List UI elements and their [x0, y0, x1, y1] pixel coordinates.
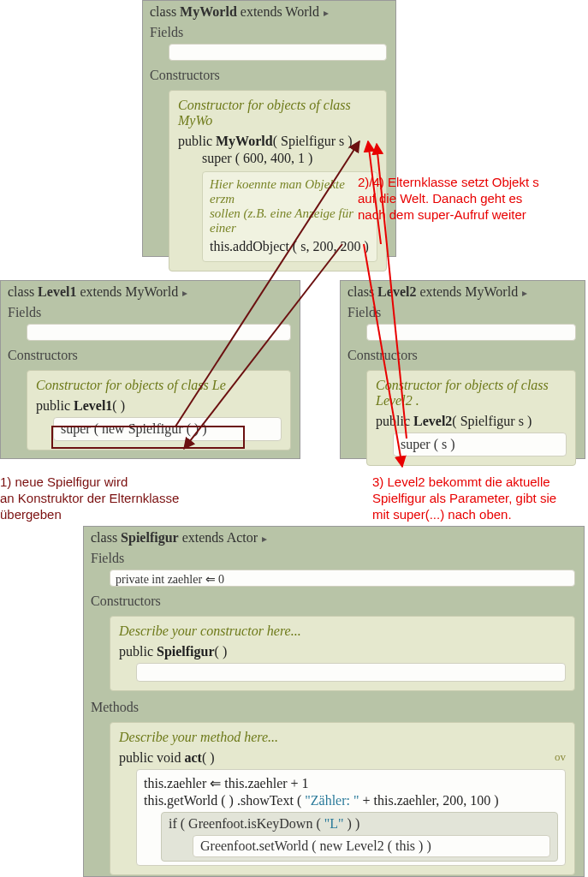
section-constructors: Constructors: [341, 346, 585, 367]
class-name: MyWorld: [180, 4, 237, 19]
class-header: class Spielfigur extends Actor ▸: [84, 527, 584, 549]
method-body: this.zaehler ⇐ this.zaehler + 1 this.get…: [136, 769, 566, 866]
comment-line: sollen (z.B. eine Anzeige für einer: [210, 206, 370, 236]
super-call: super ( new Spielfigur ( ) ): [53, 417, 282, 441]
section-fields: Fields: [1, 303, 300, 324]
annotation-3: 3) Level2 bekommt die aktuelle Spielfigu…: [372, 474, 586, 522]
method-block: Describe your method here... public void…: [110, 722, 575, 875]
method-desc: Describe your method here...: [119, 730, 566, 745]
section-fields: Fields: [84, 549, 584, 570]
code-fragment: + this.zaehler, 200, 100 ): [359, 793, 499, 808]
extends-clause: extends MyWorld: [76, 284, 178, 299]
code-fragment: ) ): [344, 816, 360, 831]
keyword-public: public: [36, 398, 74, 413]
constructor-block: Constructor for objects of class Le publ…: [27, 370, 291, 450]
expand-icon[interactable]: ▸: [259, 533, 267, 545]
code-line: this.getWorld ( ) .showText ( "Zähler: "…: [144, 793, 558, 808]
constructor-signature: public MyWorld( Spielfigur s ): [178, 134, 377, 149]
annotation-2: 2)/4) Elternklasse setzt Objekt s auf di…: [358, 175, 580, 223]
expand-icon[interactable]: ▸: [520, 287, 527, 299]
section-fields: Fields: [143, 23, 395, 44]
addobject-call: this.addObject ( s, 200, 200 ): [210, 239, 370, 254]
constructor-desc: Constructor for objects of class Level2 …: [376, 378, 567, 409]
keyword-class: class: [347, 284, 377, 299]
keyword-public: public: [376, 414, 413, 428]
ctor-body-empty: [136, 663, 566, 682]
super-call: super ( s ): [393, 433, 567, 456]
extends-clause: extends MyWorld: [416, 284, 518, 299]
extends-clause: extends World: [237, 4, 319, 19]
fields-empty: [366, 324, 576, 341]
ctor-args: ( Spielfigur s ): [452, 414, 532, 428]
keyword-class: class: [150, 4, 180, 19]
section-fields: Fields: [341, 303, 585, 324]
section-constructors: Constructors: [143, 66, 395, 87]
ctor-args: ( ): [215, 644, 228, 659]
if-body: Greenfoot.setWorld ( new Level2 ( this )…: [193, 835, 550, 857]
ctor-name: Level2: [413, 414, 452, 428]
method-args: ( ): [202, 750, 215, 765]
ctor-args: ( Spielfigur s ): [273, 134, 353, 148]
class-name: Level1: [38, 284, 76, 299]
ctor-name: MyWorld: [216, 134, 273, 148]
keyword-public: public: [119, 644, 157, 659]
super-call: super ( 600, 400, 1 ): [178, 151, 377, 166]
keyword-public: public: [178, 134, 216, 148]
class-box-level2: class Level2 extends MyWorld ▸ Fields Co…: [340, 280, 585, 459]
class-name: Level2: [377, 284, 416, 299]
class-box-spielfigur: class Spielfigur extends Actor ▸ Fields …: [83, 526, 585, 877]
constructor-signature: public Level1( ): [36, 398, 282, 414]
constructor-signature: public Level2( Spielfigur s ): [376, 414, 567, 429]
code-fragment: if ( Greenfoot.isKeyDown (: [169, 816, 324, 831]
class-header: class MyWorld extends World ▸: [143, 1, 395, 23]
class-header: class Level1 extends MyWorld ▸: [1, 281, 300, 303]
keyword-class: class: [91, 530, 121, 545]
class-box-level1: class Level1 extends MyWorld ▸ Fields Co…: [0, 280, 300, 459]
fields-empty: [27, 324, 291, 341]
ctor-name: Level1: [74, 398, 112, 413]
string-literal: "Zähler: ": [305, 793, 359, 808]
class-header: class Level2 extends MyWorld ▸: [341, 281, 585, 303]
constructor-desc: Constructor for objects of class Le: [36, 378, 282, 393]
class-name: Spielfigur: [121, 530, 179, 545]
fields-empty: [169, 44, 387, 61]
code-line: this.zaehler ⇐ this.zaehler + 1: [144, 775, 558, 791]
field-zaehler: private int zaehler ⇐ 0: [110, 570, 575, 587]
keyword-public-void: public void: [119, 750, 184, 765]
section-constructors: Constructors: [84, 592, 584, 612]
section-constructors: Constructors: [1, 346, 300, 367]
code-fragment: this.getWorld ( ) .showText (: [144, 793, 305, 808]
ctor-args: ( ): [112, 398, 125, 413]
constructor-desc: Constructor for objects of class MyWo: [178, 98, 377, 128]
constructor-block: Constructor for objects of class Level2 …: [366, 370, 576, 466]
section-methods: Methods: [84, 698, 584, 719]
constructor-block: Describe your constructor here... public…: [110, 616, 575, 691]
method-signature: public void act( ) ov: [119, 750, 566, 766]
string-literal: "L": [324, 816, 344, 831]
constructor-desc: Describe your constructor here...: [119, 623, 566, 639]
annotation-1: 1) neue Spielfigur wird an Konstruktor d…: [0, 474, 197, 522]
method-name: act: [184, 750, 201, 765]
extends-clause: extends Actor: [179, 530, 258, 545]
ctor-name: Spielfigur: [157, 644, 215, 659]
expand-icon[interactable]: ▸: [321, 7, 329, 19]
keyword-class: class: [8, 284, 38, 299]
if-block: if ( Greenfoot.isKeyDown ( "L" ) ) Green…: [161, 812, 558, 862]
constructor-signature: public Spielfigur( ): [119, 644, 566, 659]
expand-icon[interactable]: ▸: [180, 287, 187, 299]
constructor-block: Constructor for objects of class MyWo pu…: [169, 90, 387, 271]
comment-line: Hier koennte man Objekte erzm: [210, 177, 370, 206]
comment-box: Hier koennte man Objekte erzm sollen (z.…: [202, 171, 377, 262]
override-badge: ov: [555, 750, 566, 764]
